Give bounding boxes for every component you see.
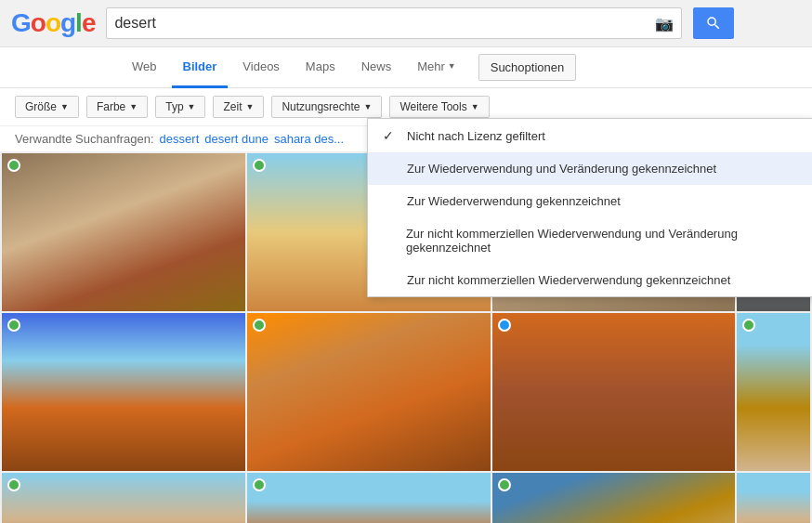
zeit-filter[interactable]: Zeit ▼ bbox=[213, 96, 264, 118]
image-cell-10[interactable] bbox=[247, 473, 491, 523]
suchoptionen-button[interactable]: Suchoptionen bbox=[478, 54, 577, 81]
typ-filter[interactable]: Typ ▼ bbox=[155, 96, 205, 118]
tab-bilder[interactable]: Bilder bbox=[172, 47, 229, 88]
image-cell-1[interactable] bbox=[2, 153, 245, 311]
tab-news[interactable]: News bbox=[350, 47, 403, 88]
tab-web[interactable]: Web bbox=[121, 47, 168, 88]
nutzungsrechte-filter[interactable]: Nutzungsrechte ▼ bbox=[271, 96, 382, 118]
dropdown-item-noncommercial[interactable]: Zur nicht kommerziellen Wiederverwendung… bbox=[368, 264, 812, 296]
google-logo: Google bbox=[11, 8, 95, 38]
related-link-dune[interactable]: desert dune bbox=[204, 132, 268, 146]
mehr-chevron-icon: ▼ bbox=[448, 61, 456, 71]
search-bar: 📷 bbox=[106, 7, 682, 39]
header: Google 📷 bbox=[0, 0, 812, 47]
image-cell-7[interactable] bbox=[492, 313, 736, 471]
green-dot-9 bbox=[7, 478, 20, 491]
dropdown-item-noncommercial-modify[interactable]: Zur nicht kommerziellen Wiederverwendung… bbox=[368, 217, 812, 264]
search-input[interactable] bbox=[114, 15, 648, 32]
green-dot-8 bbox=[742, 319, 755, 332]
image-row-2 bbox=[2, 313, 810, 471]
grosse-chevron-icon: ▼ bbox=[60, 102, 69, 111]
weitere-tools-chevron-icon: ▼ bbox=[471, 102, 479, 111]
image-cell-5[interactable] bbox=[2, 313, 245, 471]
nav-tabs: Web Bilder Videos Maps News Mehr ▼ Sucho… bbox=[0, 47, 812, 88]
tab-mehr[interactable]: Mehr ▼ bbox=[406, 47, 467, 88]
image-cell-11[interactable] bbox=[492, 473, 736, 523]
green-dot-1 bbox=[7, 159, 20, 172]
green-dot-11 bbox=[498, 478, 511, 491]
checkmark-icon: ✓ bbox=[383, 128, 398, 143]
related-link-sahara[interactable]: sahara des... bbox=[274, 132, 344, 146]
green-dot-5 bbox=[7, 319, 20, 332]
image-cell-6[interactable] bbox=[247, 313, 491, 471]
dropdown-item-none[interactable]: ✓ Nicht nach Lizenz gefiltert bbox=[368, 119, 812, 152]
camera-icon[interactable]: 📷 bbox=[655, 15, 674, 33]
zeit-chevron-icon: ▼ bbox=[246, 102, 255, 111]
search-icon bbox=[705, 15, 722, 32]
farbe-filter[interactable]: Farbe ▼ bbox=[86, 96, 148, 118]
image-cell-8[interactable] bbox=[737, 313, 810, 471]
image-cell-9[interactable] bbox=[2, 473, 245, 523]
green-dot-6 bbox=[253, 319, 266, 332]
dropdown-item-reuse[interactable]: Zur Wiederverwendung gekennzeichnet bbox=[368, 185, 812, 217]
related-link-dessert[interactable]: dessert bbox=[160, 132, 200, 146]
green-dot-10 bbox=[253, 478, 266, 491]
related-label: Verwandte Suchanfragen: bbox=[15, 132, 154, 146]
search-button[interactable] bbox=[693, 7, 734, 39]
blue-dot-7 bbox=[498, 319, 511, 332]
nutzungsrechte-dropdown: ✓ Nicht nach Lizenz gefiltert Zur Wieder… bbox=[367, 118, 812, 297]
farbe-chevron-icon: ▼ bbox=[129, 102, 138, 111]
tab-maps[interactable]: Maps bbox=[295, 47, 347, 88]
green-dot-2 bbox=[253, 159, 266, 172]
image-row-3 bbox=[2, 473, 810, 523]
weitere-tools-filter[interactable]: Weitere Tools ▼ bbox=[389, 96, 489, 118]
typ-chevron-icon: ▼ bbox=[188, 102, 196, 111]
dropdown-item-reuse-modify[interactable]: Zur Wiederverwendung und Veränderung gek… bbox=[368, 152, 812, 185]
image-cell-12[interactable] bbox=[737, 473, 810, 523]
grosse-filter[interactable]: Größe ▼ bbox=[15, 96, 79, 118]
nutzungsrechte-chevron-icon: ▼ bbox=[363, 102, 372, 111]
tab-videos[interactable]: Videos bbox=[231, 47, 291, 88]
